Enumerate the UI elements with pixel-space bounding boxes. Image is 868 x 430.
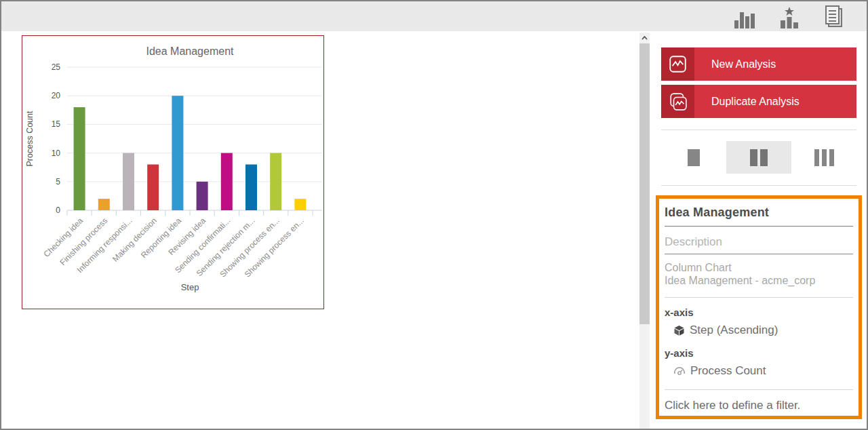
bar-7[interactable] [245, 164, 257, 210]
layout-one-column-button[interactable] [661, 141, 726, 174]
description-input[interactable] [665, 235, 853, 254]
scroll-up-arrow-icon[interactable] [639, 33, 650, 43]
svg-text:5: 5 [56, 177, 60, 187]
measure-gauge-icon [673, 366, 686, 376]
svg-text:Process Count: Process Count [25, 111, 35, 167]
bar-3[interactable] [147, 164, 159, 210]
divider [661, 185, 856, 186]
layout-three-columns-button[interactable] [791, 141, 856, 174]
analysis-canvas: Idea Management0510152025Checking ideaFi… [1, 31, 867, 429]
analysis-title[interactable]: Idea Management [665, 206, 853, 227]
ranking-icon[interactable] [776, 5, 803, 28]
analysis-meta: Column Chart Idea Management - acme_corp [665, 261, 853, 287]
analysis-icon [661, 47, 694, 81]
svg-text:0: 0 [56, 206, 60, 215]
y-axis-heading: y-axis [665, 347, 853, 359]
duplicate-analysis-label: Duplicate Analysis [694, 85, 856, 118]
svg-text:25: 25 [52, 62, 61, 72]
chart-type-label: Column Chart [665, 261, 853, 274]
bar-9[interactable] [294, 199, 306, 210]
bar-5[interactable] [197, 182, 208, 210]
right-panel: New Analysis Duplicate Analysis [650, 31, 867, 429]
toolbar [1, 1, 867, 31]
svg-text:Step: Step [181, 282, 199, 292]
vertical-scrollbar[interactable] [639, 33, 650, 429]
bar-4[interactable] [172, 96, 183, 210]
x-tick-label: Making decision [111, 216, 159, 264]
analysis-properties-panel: Idea Management Column Chart Idea Manage… [656, 195, 862, 419]
svg-text:20: 20 [52, 91, 61, 100]
bar-2[interactable] [123, 153, 134, 210]
toolbar-icon-group [731, 5, 848, 28]
column-chart: Idea Management0510152025Checking ideaFi… [22, 36, 323, 309]
data-source-label: Idea Management - acme_corp [665, 274, 853, 287]
new-analysis-label: New Analysis [694, 47, 856, 81]
report-icon[interactable] [821, 5, 848, 28]
divider [665, 389, 853, 390]
bar-8[interactable] [270, 153, 281, 210]
scrollbar-thumb[interactable] [639, 43, 650, 324]
dimension-cube-icon [673, 325, 685, 336]
svg-text:15: 15 [52, 119, 61, 129]
duplicate-analysis-icon [661, 85, 694, 118]
x-axis-value: Step (Ascending) [690, 324, 778, 337]
y-axis-field[interactable]: Process Count [673, 364, 853, 378]
divider [661, 130, 856, 130]
bar-6[interactable] [221, 153, 233, 210]
app-window: Idea Management0510152025Checking ideaFi… [0, 0, 868, 430]
layout-toggle-group [661, 141, 856, 174]
duplicate-analysis-button[interactable]: Duplicate Analysis [661, 85, 856, 118]
divider [665, 297, 853, 298]
svg-text:10: 10 [52, 149, 61, 158]
x-axis-heading: x-axis [665, 307, 853, 318]
x-axis-field[interactable]: Step (Ascending) [673, 324, 853, 337]
define-filter-link[interactable]: Click here to define a filter. [665, 399, 853, 412]
chart-tile-idea-management[interactable]: Idea Management0510152025Checking ideaFi… [22, 35, 324, 309]
y-axis-value: Process Count [690, 364, 766, 378]
bar-1[interactable] [98, 199, 110, 210]
svg-text:Idea Management: Idea Management [146, 45, 235, 57]
column-chart-icon[interactable] [731, 5, 758, 28]
bar-0[interactable] [74, 107, 85, 210]
layout-two-columns-button[interactable] [726, 141, 791, 174]
new-analysis-button[interactable]: New Analysis [661, 47, 856, 81]
